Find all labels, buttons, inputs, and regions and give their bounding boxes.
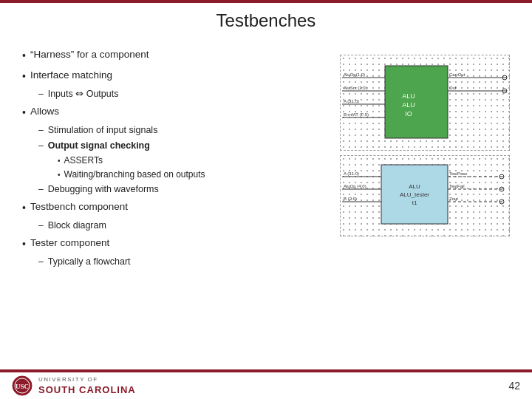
sub-sub-2: • Waiting/branching based on outputs: [58, 168, 332, 181]
sub-allows-2: – Output signal checking: [38, 139, 332, 153]
dash-1: –: [38, 87, 44, 100]
sub-sub-1-text: ASSERTs: [64, 154, 103, 167]
bullet-dot-5: •: [22, 236, 26, 252]
sub-testbench-1-text: Block diagram: [48, 219, 106, 233]
university-line1: UNIVERSITY OF: [38, 376, 136, 383]
bullet-interface-text: Interface matching: [30, 68, 112, 83]
bullet-allows: • Allows: [22, 104, 332, 120]
sub-tester-1: – Typically a flowchart: [38, 255, 332, 269]
slide-title: Testbenches: [22, 10, 510, 35]
svg-text:Ovf: Ovf: [449, 86, 457, 90]
sub-allows-1-text: Stimulation of input signals: [48, 123, 158, 137]
sub-tester-1-text: Typically a flowchart: [48, 255, 131, 269]
diagram-top-svg: AluOp(1:0) AluSrc (2:0) A (31:0) B-mfAT …: [341, 55, 509, 150]
sub-bullet-2: •: [58, 169, 61, 180]
page-number: 42: [508, 380, 520, 392]
sub-allows-3: – Debugging with waveforms: [38, 183, 332, 197]
usc-emblem: USC: [12, 375, 33, 396]
svg-text:USC: USC: [16, 383, 29, 390]
dash-6: –: [38, 255, 44, 268]
sub-sub-1: • ASSERTs: [58, 154, 332, 167]
svg-text:AluOp (4:0): AluOp (4:0): [344, 184, 366, 188]
sub-tester: – Typically a flowchart: [38, 255, 332, 269]
bullet-harness-text: “Harness” for a component: [30, 47, 149, 62]
dash-2: –: [38, 123, 44, 137]
footer: USC UNIVERSITY OF SOUTH CAROLINA 42: [0, 372, 532, 399]
sub-interface-1: – Inputs ⇔ Outputs: [38, 87, 332, 101]
sub-bullet-1: •: [58, 155, 61, 166]
bullet-testbench: • Testbench component: [22, 200, 332, 216]
bullet-tester: • Tester component: [22, 236, 332, 252]
svg-text:TestPass: TestPass: [449, 171, 467, 176]
bullet-dot-3: •: [22, 105, 26, 120]
bullet-harness: • “Harness” for a component: [22, 47, 332, 64]
sub-testbench-1: – Block diagram: [38, 219, 332, 233]
content-area: • “Harness” for a component • Interface …: [22, 47, 510, 362]
bullet-dot-1: •: [22, 48, 26, 64]
svg-text:ALU_tester: ALU_tester: [400, 191, 429, 198]
svg-text:TestFail: TestFail: [449, 184, 465, 188]
footer-logo: USC UNIVERSITY OF SOUTH CAROLINA: [12, 375, 136, 396]
svg-text:ALU: ALU: [402, 92, 415, 100]
bullet-dot-4: •: [22, 200, 26, 216]
sub-sub-allows: • ASSERTs • Waiting/branching based on o…: [58, 154, 332, 181]
diagram-bottom: A (31:0) AluOp (4:0) B (3:0) TestPass Te…: [340, 155, 510, 236]
left-panel: • “Harness” for a component • Interface …: [22, 47, 332, 362]
bullet-allows-text: Allows: [30, 104, 59, 119]
footer-text-block: UNIVERSITY OF SOUTH CAROLINA: [38, 376, 136, 395]
svg-text:AluOp(1:0): AluOp(1:0): [344, 72, 365, 77]
bullet-tester-text: Tester component: [30, 236, 109, 250]
sub-interface-1-text: Inputs ⇔ Outputs: [48, 87, 119, 101]
svg-text:Zout: Zout: [449, 197, 458, 201]
sub-interface: – Inputs ⇔ Outputs: [38, 87, 332, 101]
dash-3: –: [38, 139, 44, 152]
dash-4: –: [38, 183, 44, 196]
svg-rect-0: [385, 66, 448, 138]
svg-text:B (3:0): B (3:0): [344, 197, 357, 201]
svg-text:A (31:0): A (31:0): [344, 99, 359, 103]
bullet-dot-2: •: [22, 69, 26, 84]
sub-sub-2-text: Waiting/branching based on outputs: [64, 168, 205, 181]
sub-allows-3-text: Debugging with waveforms: [48, 183, 159, 197]
sub-allows-2-text: Output signal checking: [48, 139, 150, 153]
svg-text:t1: t1: [412, 200, 417, 206]
slide-container: Testbenches • “Harness” for a component …: [0, 3, 532, 369]
svg-text:CarrOut: CarrOut: [449, 72, 466, 77]
bullet-interface: • Interface matching: [22, 68, 332, 84]
svg-text:ALU: ALU: [409, 183, 420, 190]
svg-text:A (31:0): A (31:0): [344, 171, 359, 176]
svg-text:AluSrc (2:0): AluSrc (2:0): [344, 86, 367, 90]
sub-testbench: – Block diagram: [38, 219, 332, 233]
university-line2: SOUTH CAROLINA: [38, 384, 136, 395]
diagram-top: AluOp(1:0) AluSrc (2:0) A (31:0) B-mfAT …: [340, 55, 510, 151]
svg-text:B-mfAT (F:5): B-mfAT (F:5): [344, 112, 369, 117]
right-panel: AluOp(1:0) AluSrc (2:0) A (31:0) B-mfAT …: [340, 47, 510, 362]
svg-text:ALU: ALU: [402, 101, 415, 109]
bullet-testbench-text: Testbench component: [30, 200, 128, 214]
svg-text:IO: IO: [405, 110, 412, 117]
sub-allows: – Stimulation of input signals – Output …: [38, 123, 332, 197]
diagram-bottom-svg: A (31:0) AluOp (4:0) B (3:0) TestPass Te…: [341, 156, 509, 236]
dash-5: –: [38, 219, 44, 232]
sub-allows-1: – Stimulation of input signals: [38, 123, 332, 137]
